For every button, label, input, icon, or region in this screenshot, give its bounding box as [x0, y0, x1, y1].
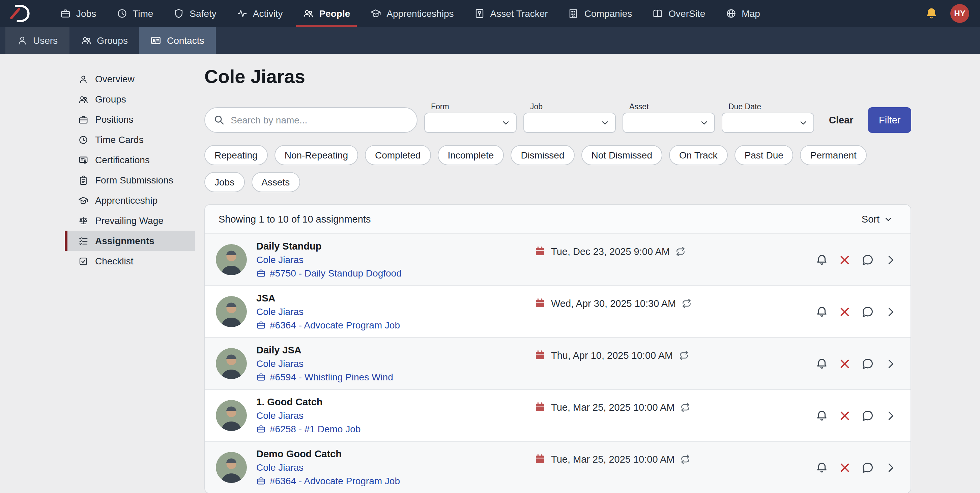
- assignee-link[interactable]: Cole Jiaras: [256, 253, 304, 266]
- filter-chip-repeating[interactable]: Repeating: [204, 145, 268, 165]
- sidebar-item-form-submissions[interactable]: Form Submissions: [65, 170, 195, 190]
- comment-icon[interactable]: [861, 305, 874, 318]
- dismiss-x-icon[interactable]: [838, 305, 851, 318]
- tab-groups[interactable]: Groups: [69, 27, 139, 54]
- nav-item-activity[interactable]: Activity: [227, 0, 293, 27]
- sidebar-item-time-cards[interactable]: Time Cards: [65, 129, 195, 150]
- tab-label: Users: [33, 35, 58, 46]
- notify-bell-icon[interactable]: [815, 253, 828, 266]
- assignee-link[interactable]: Cole Jiaras: [256, 409, 304, 422]
- repeat-icon: [678, 350, 689, 361]
- open-chevron-icon[interactable]: [884, 409, 897, 422]
- dropdown-label: Due Date: [729, 102, 814, 111]
- page-title: Cole Jiaras: [204, 66, 911, 87]
- dismiss-x-icon[interactable]: [838, 461, 851, 474]
- nav-item-people[interactable]: People: [293, 0, 360, 27]
- open-chevron-icon[interactable]: [884, 253, 897, 266]
- sidebar-item-prevailing-wage[interactable]: Prevailing Wage: [65, 210, 195, 231]
- assignment-info: Daily Standup Cole Jiaras #5750 - Daily …: [256, 239, 534, 280]
- due-date: Tue, Mar 25, 2025 10:00 AM: [534, 401, 815, 414]
- due-date-text: Wed, Apr 30, 2025 10:30 AM: [551, 297, 676, 310]
- sidebar-item-apprenticeship[interactable]: Apprenticeship: [65, 190, 195, 210]
- assignee-link[interactable]: Cole Jiaras: [256, 357, 304, 370]
- nav-item-oversite[interactable]: OverSite: [642, 0, 715, 27]
- calendar-icon: [534, 349, 546, 361]
- dismiss-x-icon[interactable]: [838, 357, 851, 370]
- nav-item-time[interactable]: Time: [106, 0, 163, 27]
- job-link[interactable]: #6364 - Advocate Program Job: [256, 474, 534, 488]
- graduation-cap-icon: [370, 8, 381, 19]
- assignee-link[interactable]: Cole Jiaras: [256, 461, 304, 474]
- clear-button[interactable]: Clear: [821, 107, 862, 133]
- filter-chip-permanent[interactable]: Permanent: [800, 145, 867, 165]
- sidebar-item-positions[interactable]: Positions: [65, 109, 195, 129]
- job-link[interactable]: #6364 - Advocate Program Job: [256, 318, 534, 332]
- dropdown-form[interactable]: Form: [424, 102, 517, 133]
- filter-chip-not-dismissed[interactable]: Not Dismissed: [581, 145, 663, 165]
- dropdown-select[interactable]: [523, 113, 616, 133]
- contact-sidebar: OverviewGroupsPositionsTime CardsCertifi…: [0, 54, 204, 493]
- dropdown-due-date[interactable]: Due Date: [722, 102, 814, 133]
- nav-item-companies[interactable]: Companies: [558, 0, 643, 27]
- filter-chip-assets[interactable]: Assets: [251, 172, 300, 192]
- tab-label: Contacts: [167, 35, 204, 46]
- nav-item-map[interactable]: Map: [715, 0, 770, 27]
- calendar-icon: [534, 297, 546, 309]
- dropdown-select[interactable]: [722, 113, 814, 133]
- open-chevron-icon[interactable]: [884, 305, 897, 318]
- filter-chip-past-due[interactable]: Past Due: [735, 145, 794, 165]
- app-logo[interactable]: [10, 0, 35, 27]
- filter-chip-non-repeating[interactable]: Non-Repeating: [275, 145, 358, 165]
- sidebar-item-overview[interactable]: Overview: [65, 69, 195, 89]
- comment-icon[interactable]: [861, 409, 874, 422]
- due-date: Tue, Dec 23, 2025 9:00 AM: [534, 245, 815, 258]
- notify-bell-icon[interactable]: [815, 305, 828, 318]
- filter-button[interactable]: Filter: [869, 107, 911, 133]
- filter-chip-dismissed[interactable]: Dismissed: [511, 145, 574, 165]
- dropdown-asset[interactable]: Asset: [622, 102, 715, 133]
- search-icon: [213, 114, 224, 126]
- person-icon: [78, 74, 88, 84]
- sidebar-item-groups[interactable]: Groups: [65, 89, 195, 109]
- filter-chip-incomplete[interactable]: Incomplete: [438, 145, 504, 165]
- due-date-text: Tue, Mar 25, 2025 10:00 AM: [551, 401, 675, 414]
- comment-icon[interactable]: [861, 461, 874, 474]
- filter-chip-completed[interactable]: Completed: [365, 145, 431, 165]
- dropdown-select[interactable]: [424, 113, 517, 133]
- nav-item-apprenticeships[interactable]: Apprenticeships: [360, 0, 464, 27]
- nav-item-jobs[interactable]: Jobs: [50, 0, 106, 27]
- sidebar-item-certifications[interactable]: Certifications: [65, 150, 195, 170]
- dropdown-select[interactable]: [622, 113, 715, 133]
- notify-bell-icon[interactable]: [815, 409, 828, 422]
- notify-bell-icon[interactable]: [815, 461, 828, 474]
- tab-users[interactable]: Users: [5, 27, 69, 54]
- open-chevron-icon[interactable]: [884, 357, 897, 370]
- notifications-bell-icon[interactable]: [925, 7, 938, 20]
- dismiss-x-icon[interactable]: [838, 253, 851, 266]
- search-input[interactable]: [204, 107, 417, 133]
- sort-label: Sort: [862, 214, 880, 224]
- sidebar-item-assignments[interactable]: Assignments: [65, 231, 195, 251]
- user-avatar[interactable]: HY: [950, 4, 969, 23]
- sort-button[interactable]: Sort: [858, 213, 897, 225]
- nav-item-asset-tracker[interactable]: Asset Tracker: [464, 0, 558, 27]
- assignment-title: JSA: [256, 291, 534, 305]
- certificate-icon: [78, 155, 88, 165]
- dropdown-job[interactable]: Job: [523, 102, 616, 133]
- check-square-icon: [78, 256, 88, 266]
- dismiss-x-icon[interactable]: [838, 409, 851, 422]
- nav-item-safety[interactable]: Safety: [163, 0, 226, 27]
- assignee-link[interactable]: Cole Jiaras: [256, 305, 304, 318]
- open-chevron-icon[interactable]: [884, 461, 897, 474]
- filter-chip-jobs[interactable]: Jobs: [204, 172, 245, 192]
- tab-contacts[interactable]: Contacts: [139, 27, 216, 54]
- comment-icon[interactable]: [861, 253, 874, 266]
- notify-bell-icon[interactable]: [815, 357, 828, 370]
- job-link[interactable]: #6594 - Whistling Pines Wind: [256, 370, 534, 384]
- job-link[interactable]: #6258 - #1 Demo Job: [256, 422, 534, 436]
- filter-chip-on-track[interactable]: On Track: [669, 145, 728, 165]
- job-link[interactable]: #5750 - Daily Standup Dogfood: [256, 266, 534, 280]
- people-icon: [78, 94, 88, 104]
- sidebar-item-checklist[interactable]: Checklist: [65, 251, 195, 271]
- comment-icon[interactable]: [861, 357, 874, 370]
